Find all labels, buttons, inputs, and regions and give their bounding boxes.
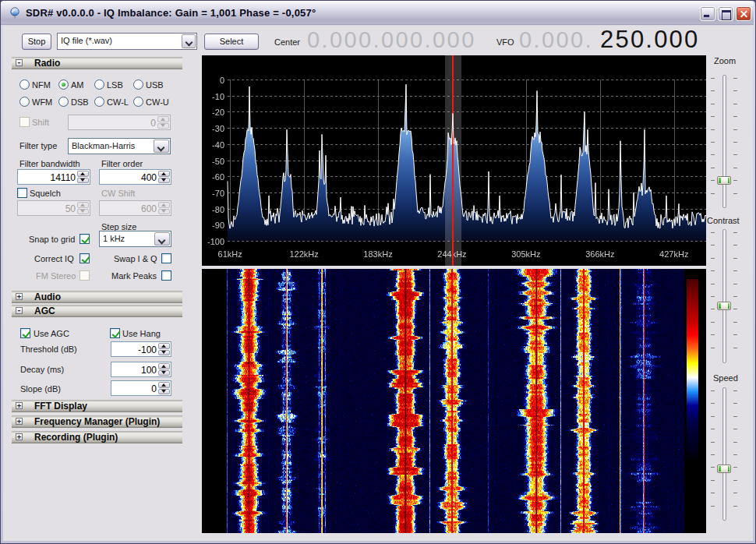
contrast-slider[interactable]	[711, 229, 737, 363]
vfo-frequency-value[interactable]: 250.000	[600, 26, 699, 54]
swap-iq-checkbox[interactable]	[161, 253, 171, 263]
stop-button[interactable]: Stop	[22, 34, 51, 50]
expand-icon[interactable]: +	[16, 418, 23, 425]
chevron-down-icon[interactable]	[182, 34, 196, 48]
slider-ticks	[711, 78, 715, 205]
slider-track[interactable]	[722, 229, 726, 363]
use-hang-label: Use Hang	[122, 329, 161, 338]
filter-type-label: Filter type	[19, 141, 57, 150]
snap-to-grid-checkbox[interactable]	[79, 234, 90, 244]
filter-order-spinner[interactable]: 400	[99, 169, 171, 185]
filter-bandwidth-spinner[interactable]: 14110	[17, 169, 90, 185]
shift-checkbox[interactable]	[19, 117, 30, 127]
spin-down-icon[interactable]	[158, 178, 170, 184]
spin-up-icon[interactable]	[158, 382, 170, 388]
decay-spinner[interactable]: 100	[111, 362, 171, 377]
maximize-button[interactable]	[718, 6, 733, 21]
section-header-radio[interactable]: - Radio	[12, 57, 182, 69]
snap-to-grid-label: Snap to grid	[29, 235, 75, 244]
fm-stereo-checkbox[interactable]	[79, 270, 90, 281]
slope-spinner[interactable]: 0	[111, 380, 171, 396]
spin-down-icon[interactable]	[158, 389, 170, 395]
slider-track[interactable]	[722, 387, 726, 521]
radio-mode-nfm-label: NFM	[32, 80, 51, 90]
spin-up-icon[interactable]	[157, 116, 169, 122]
radio-mode-am-label: AM	[71, 80, 84, 90]
spin-down-icon[interactable]	[158, 350, 170, 356]
collapse-icon[interactable]: -	[16, 307, 23, 314]
radio-mode-cwu[interactable]	[133, 97, 143, 107]
spin-up-icon[interactable]	[158, 363, 170, 369]
use-hang-checkbox[interactable]	[110, 328, 120, 338]
client-area: Stop IQ file (*.wav) Select Center 0.000…	[3, 26, 753, 541]
section-header-recording[interactable]: + Recording (Plugin)	[12, 431, 182, 443]
close-button[interactable]	[736, 6, 751, 21]
chevron-down-icon[interactable]	[154, 232, 170, 246]
chevron-down-icon[interactable]	[154, 140, 169, 153]
select-button[interactable]: Select	[204, 34, 259, 50]
spin-down-icon[interactable]	[158, 209, 170, 215]
cw-shift-spinner[interactable]: 600	[99, 200, 171, 216]
waterfall-display[interactable]	[202, 269, 706, 533]
section-header-frequency-manager[interactable]: + Frequency Manager (Plugin)	[12, 415, 182, 428]
window-title: SDR# v0.0.0.0 - IQ Imbalance: Gain = 1,0…	[26, 7, 316, 19]
speed-slider[interactable]	[711, 387, 737, 521]
squelch-spinner[interactable]: 50	[17, 200, 90, 216]
section-header-fft-display[interactable]: + FFT Display	[12, 400, 182, 412]
spin-up-icon[interactable]	[77, 171, 89, 177]
spin-up-icon[interactable]	[77, 202, 89, 208]
radio-mode-am[interactable]	[58, 79, 69, 90]
filter-type-combobox[interactable]: Blackman-Harris	[68, 138, 171, 154]
source-combobox[interactable]: IQ file (*.wav)	[57, 33, 197, 50]
spin-down-icon[interactable]	[77, 209, 89, 215]
spin-down-icon[interactable]	[158, 370, 170, 376]
radio-mode-wfm[interactable]	[19, 97, 30, 107]
spin-up-icon[interactable]	[158, 171, 170, 177]
squelch-label: Squelch	[30, 189, 61, 198]
radio-mode-nfm[interactable]	[19, 79, 30, 90]
squelch-checkbox[interactable]	[17, 188, 27, 198]
threshold-spinner[interactable]: -100	[111, 341, 171, 357]
spin-down-icon[interactable]	[157, 123, 169, 129]
fft-spectrum-display[interactable]	[202, 55, 706, 266]
radio-mode-cwl[interactable]	[94, 97, 104, 107]
radio-mode-dsb[interactable]	[58, 97, 69, 107]
app-icon	[9, 7, 21, 19]
center-frequency-label: Center	[274, 37, 300, 47]
slider-ticks	[733, 78, 737, 205]
use-agc-checkbox[interactable]	[20, 328, 30, 338]
shift-spinner[interactable]: 0	[68, 115, 171, 130]
contrast-slider-thumb[interactable]	[717, 302, 731, 310]
speed-slider-thumb[interactable]	[717, 465, 731, 473]
spin-up-icon[interactable]	[158, 202, 170, 208]
fm-stereo-label: FM Stereo	[36, 271, 76, 281]
expand-icon[interactable]: +	[16, 293, 23, 300]
zoom-slider[interactable]	[711, 75, 737, 208]
correct-iq-checkbox[interactable]	[79, 253, 90, 263]
section-header-audio[interactable]: + Audio	[12, 291, 182, 303]
correct-iq-label: Correct IQ	[34, 254, 74, 263]
vfo-frequency-dim-digits[interactable]: 0.000.	[519, 27, 593, 53]
decay-label: Decay (ms)	[20, 365, 64, 374]
section-header-agc[interactable]: - AGC	[12, 305, 182, 317]
app-window: SDR# v0.0.0.0 - IQ Imbalance: Gain = 1,0…	[0, 0, 756, 544]
filter-order-label: Filter order	[101, 159, 143, 168]
use-agc-label: Use AGC	[34, 329, 69, 338]
radio-mode-usb[interactable]	[133, 79, 143, 90]
spin-up-icon[interactable]	[158, 343, 170, 349]
swap-iq-label: Swap I & Q	[114, 254, 157, 263]
step-size-combobox[interactable]: 1 kHz	[99, 231, 171, 247]
radio-mode-lsb[interactable]	[94, 79, 104, 90]
mark-peaks-checkbox[interactable]	[161, 270, 171, 281]
filter-bandwidth-label: Filter bandwidth	[19, 159, 80, 168]
center-frequency-value[interactable]: 0.000.000.000	[307, 27, 476, 53]
radio-mode-cwu-label: CW-U	[146, 97, 169, 107]
expand-icon[interactable]: +	[16, 433, 23, 440]
spin-down-icon[interactable]	[77, 178, 89, 184]
slider-track[interactable]	[722, 75, 726, 208]
zoom-slider-thumb[interactable]	[717, 176, 731, 185]
title-bar[interactable]: SDR# v0.0.0.0 - IQ Imbalance: Gain = 1,0…	[1, 1, 754, 25]
expand-icon[interactable]: +	[16, 402, 23, 409]
collapse-icon[interactable]: -	[16, 59, 23, 66]
minimize-button[interactable]	[700, 6, 715, 21]
